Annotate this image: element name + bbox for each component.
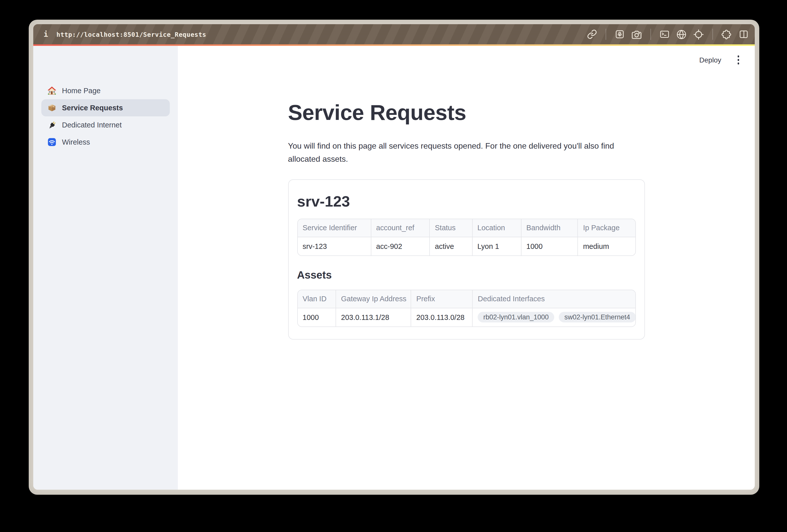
cell-prefix: 203.0.113.0/28 — [411, 308, 473, 326]
cell-gateway-ip: 203.0.113.1/28 — [336, 308, 411, 326]
sidebar-item-label: Wireless — [62, 138, 90, 146]
browser-titlebar: i http://localhost:8501/Service_Requests — [33, 24, 755, 44]
split-columns-icon[interactable] — [739, 29, 749, 39]
col-header: Bandwidth — [521, 219, 578, 237]
col-header: Vlan ID — [298, 290, 336, 308]
link-icon[interactable] — [587, 29, 597, 39]
sidebar-item-dedicated-internet[interactable]: Dedicated Internet — [41, 116, 170, 133]
cell-location: Lyon 1 — [472, 237, 521, 255]
interface-badge: sw02-lyn01.Ethernet4 — [559, 312, 635, 322]
col-header: Location — [472, 219, 521, 237]
home-icon — [47, 86, 57, 95]
image-icon[interactable] — [615, 29, 625, 39]
service-table: Service Identifier account_ref Status Lo… — [297, 218, 636, 256]
browser-window: i http://localhost:8501/Service_Requests — [29, 20, 759, 495]
info-icon: i — [41, 30, 50, 39]
col-header: Dedicated Interfaces — [473, 290, 635, 308]
camera-icon[interactable] — [631, 29, 642, 40]
table-row: srv-123 acc-902 active Lyon 1 1000 mediu… — [298, 237, 635, 255]
titlebar-separator — [651, 29, 651, 40]
cell-bandwidth: 1000 — [521, 237, 578, 255]
cell-dedicated-interfaces: rb02-lyn01.vlan_1000 sw02-lyn01.Ethernet… — [473, 308, 635, 326]
cell-ip-package: medium — [578, 237, 635, 255]
cell-service-identifier: srv-123 — [298, 237, 371, 255]
col-header: Status — [430, 219, 472, 237]
crosshair-icon[interactable] — [693, 29, 704, 40]
sidebar-item-home-page[interactable]: Home Page — [41, 82, 170, 99]
sidebar-item-label: Home Page — [62, 87, 101, 95]
table-row: 1000 203.0.113.1/28 203.0.113.0/28 rb02-… — [298, 308, 635, 326]
col-header: Ip Package — [578, 219, 635, 237]
puzzle-icon[interactable] — [722, 29, 732, 40]
titlebar-separator — [605, 29, 606, 40]
assets-heading: Assets — [297, 269, 636, 281]
package-icon — [47, 103, 57, 112]
kebab-menu-icon[interactable] — [735, 54, 742, 66]
plug-icon — [47, 121, 57, 129]
desktop-background: i http://localhost:8501/Service_Requests — [0, 0, 787, 532]
page-title: Service Requests — [288, 99, 645, 126]
col-header: Prefix — [411, 290, 473, 308]
assets-table: Vlan ID Gateway Ip Address Prefix Dedica… — [297, 290, 636, 327]
wireless-icon — [47, 137, 57, 147]
cell-account-ref: acc-902 — [371, 237, 430, 255]
sidebar-item-service-requests[interactable]: Service Requests — [41, 99, 170, 116]
col-header: Service Identifier — [298, 219, 371, 237]
sidebar-item-label: Service Requests — [62, 104, 123, 112]
globe-icon[interactable] — [676, 29, 687, 40]
service-request-card: srv-123 Service Identifie — [288, 179, 645, 339]
col-header: Gateway Ip Address — [336, 290, 411, 308]
cell-status: active — [430, 237, 472, 255]
deploy-button[interactable]: Deploy — [699, 56, 721, 64]
sidebar: Home Page Service Requests Dedicated Int… — [33, 46, 178, 490]
page-description: You will find on this page all services … — [288, 140, 636, 166]
interface-badge: rb02-lyn01.vlan_1000 — [477, 312, 554, 322]
sidebar-item-wireless[interactable]: Wireless — [41, 133, 170, 151]
titlebar-separator — [712, 29, 713, 40]
cell-vlan-id: 1000 — [298, 308, 336, 326]
terminal-icon[interactable] — [660, 29, 669, 39]
col-header: account_ref — [371, 219, 430, 237]
main-content: Deploy Service Requests You will find on… — [178, 46, 755, 490]
url-bar[interactable]: http://localhost:8501/Service_Requests — [57, 30, 206, 38]
sidebar-item-label: Dedicated Internet — [62, 121, 122, 129]
service-id-heading: srv-123 — [297, 193, 636, 210]
